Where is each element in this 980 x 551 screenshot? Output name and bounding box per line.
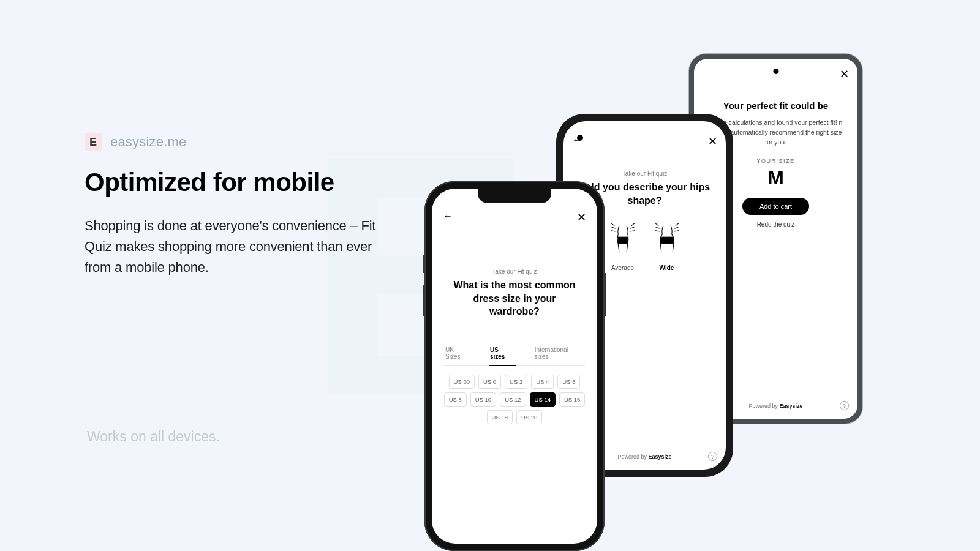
size-system-tabs: UK SizesUS sizesInternational sizes — [444, 343, 585, 366]
size-option[interactable]: US 2 — [505, 375, 527, 389]
svg-rect-7 — [660, 237, 673, 244]
tab-international-sizes[interactable]: International sizes — [533, 343, 585, 365]
size-option[interactable]: US 6 — [557, 375, 580, 389]
svg-line-6 — [630, 231, 635, 232]
size-option[interactable]: US 20 — [516, 410, 542, 424]
page-description: Shopping is done at everyone's convenien… — [85, 216, 379, 278]
question-text: What is the most common dress size in yo… — [432, 275, 597, 318]
result-heading: Your perfect fit could be — [705, 100, 846, 111]
close-icon[interactable]: ✕ — [708, 135, 717, 148]
close-icon[interactable]: ✕ — [577, 211, 586, 224]
svg-line-4 — [631, 223, 635, 226]
svg-line-5 — [630, 227, 635, 228]
svg-line-11 — [675, 223, 679, 226]
close-icon[interactable]: ✕ — [840, 67, 849, 81]
phone-sizes: ← ✕ Take our Fit quiz What is the most c… — [424, 181, 605, 551]
body-shape-icon — [653, 222, 681, 260]
option-label: Wide — [653, 264, 681, 271]
brand-badge: E — [85, 133, 102, 151]
svg-rect-0 — [618, 237, 627, 244]
svg-line-3 — [611, 231, 616, 232]
hips-option-wide[interactable]: Wide — [653, 222, 681, 271]
body-shape-icon — [609, 222, 637, 260]
brand: E easysize.me — [85, 133, 403, 151]
size-grid: US 00US 0US 2US 4US 6US 8US 10US 12US 14… — [432, 366, 597, 433]
help-icon[interactable]: ? — [708, 452, 717, 461]
footer-caption: Works on all devices. — [87, 429, 220, 445]
quiz-label: Take our Fit quiz — [432, 268, 597, 275]
size-option[interactable]: US 00 — [449, 375, 475, 389]
hips-option-average[interactable]: Average — [609, 222, 637, 271]
svg-line-12 — [674, 227, 679, 228]
size-option[interactable]: US 0 — [478, 375, 501, 389]
help-icon[interactable]: ? — [840, 401, 849, 410]
powered-by: Powered by Easysize — [617, 454, 671, 460]
size-option[interactable]: US 14 — [530, 392, 556, 407]
tab-us-sizes[interactable]: US sizes — [489, 343, 516, 366]
size-option[interactable]: US 18 — [487, 410, 513, 424]
size-option[interactable]: US 16 — [559, 392, 585, 407]
camera-dot — [577, 135, 583, 141]
svg-line-8 — [655, 223, 658, 226]
side-button — [423, 285, 424, 316]
back-icon[interactable]: ← — [443, 211, 453, 224]
add-to-cart-button[interactable]: Add to cart — [742, 198, 809, 215]
size-option[interactable]: US 4 — [531, 375, 554, 389]
tab-uk-sizes[interactable]: UK Sizes — [444, 343, 472, 365]
side-button — [605, 273, 606, 316]
powered-by: Powered by Easysize — [748, 403, 802, 409]
svg-line-2 — [611, 227, 616, 228]
side-button — [423, 255, 424, 273]
size-option[interactable]: US 12 — [500, 392, 526, 407]
option-label: Average — [609, 264, 637, 271]
notch — [478, 189, 551, 203]
size-option[interactable]: US 10 — [470, 392, 496, 407]
brand-name: easysize.me — [110, 134, 186, 150]
svg-line-1 — [611, 223, 614, 226]
svg-line-9 — [655, 227, 660, 228]
svg-line-13 — [674, 231, 679, 232]
quiz-label: Take our Fit quiz — [564, 170, 726, 177]
size-option[interactable]: US 8 — [444, 392, 467, 407]
camera-dot — [773, 69, 778, 74]
svg-line-10 — [655, 231, 660, 232]
page-title: Optimized for mobile — [85, 168, 403, 197]
